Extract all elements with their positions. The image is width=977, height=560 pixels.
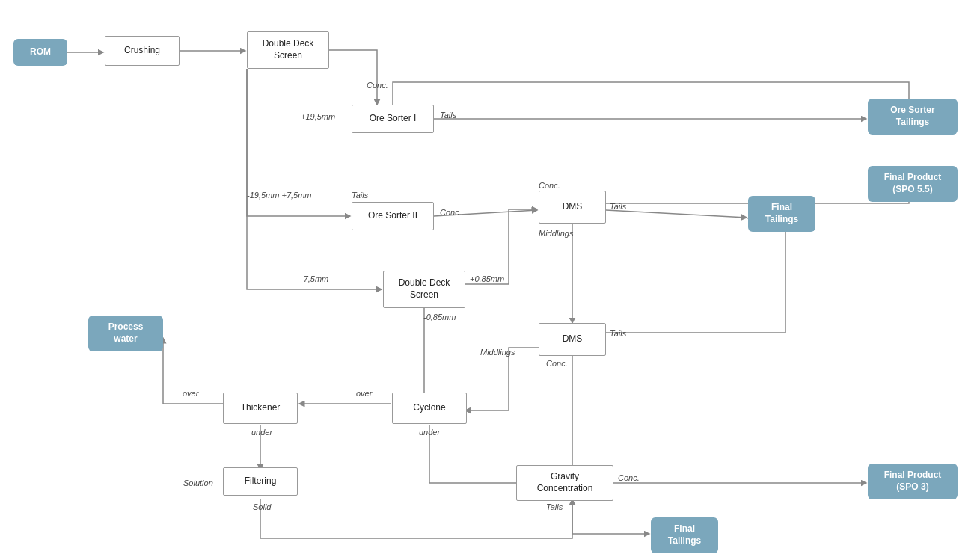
- cyclone-node: Cyclone: [392, 393, 467, 424]
- label-conc-oresorter2: Conc.: [440, 208, 462, 217]
- label-under-cyclone: under: [419, 428, 440, 437]
- ore-sorter1-node: Ore Sorter I: [352, 105, 434, 133]
- label-conc-gravity: Conc.: [618, 473, 640, 482]
- label-middlings-dms1: Middlings: [539, 229, 573, 238]
- ore-sorter2-node: Ore Sorter II: [352, 202, 434, 230]
- final-product-spo3-label: Final Product(SPO 3): [884, 470, 942, 493]
- gravity-label: GravityConcentration: [537, 471, 593, 494]
- dms1-label: DMS: [563, 201, 583, 213]
- label-plus195: +19,5mm: [301, 112, 335, 121]
- final-tailings1-label: FinalTailings: [765, 202, 798, 225]
- flowsheet-diagram: ROM Crushing Double DeckScreen Ore Sorte…: [0, 0, 977, 560]
- gravity-node: GravityConcentration: [516, 465, 613, 501]
- svg-line-5: [606, 210, 747, 218]
- label-tails-oresorter1: Tails: [440, 111, 456, 120]
- label-tails-gravity: Tails: [546, 502, 563, 511]
- label-tails-dms1: Tails: [610, 202, 626, 211]
- label-conc-dms2: Conc.: [546, 359, 568, 368]
- label-solution: Solution: [183, 479, 213, 487]
- dds2-label: Double DeckScreen: [399, 277, 450, 301]
- dds2-node: Double DeckScreen: [383, 271, 465, 308]
- label-middlings-dms2: Middlings: [480, 348, 515, 357]
- label-minus195: -19,5mm +7,5mm: [247, 191, 312, 200]
- dms1-node: DMS: [539, 191, 606, 224]
- ore-sorter1-label: Ore Sorter I: [370, 113, 417, 125]
- filtering-node: Filtering: [223, 467, 298, 496]
- final-tailings1-node: FinalTailings: [748, 196, 815, 232]
- final-product-spo3-node: Final Product(SPO 3): [868, 464, 958, 499]
- final-tailings2-label: FinalTailings: [668, 523, 701, 547]
- dms2-label: DMS: [563, 333, 583, 345]
- process-water-label: Processwater: [108, 321, 144, 345]
- crushing-label: Crushing: [124, 45, 160, 57]
- dds1-label: Double DeckScreen: [263, 38, 314, 61]
- thickener-node: Thickener: [223, 393, 298, 424]
- ore-sorter2-label: Ore Sorter II: [368, 210, 417, 222]
- label-conc-orsorter1: Conc.: [367, 81, 388, 90]
- label-minus75: -7,5mm: [301, 274, 328, 283]
- label-tails-dms2: Tails: [610, 329, 626, 338]
- ore-sorter-tailings-label: Ore SorterTailings: [890, 105, 934, 128]
- final-tailings2-node: FinalTailings: [651, 517, 718, 553]
- label-under-thickener: under: [251, 428, 272, 437]
- label-solid: Solid: [253, 502, 271, 511]
- label-tails-oresorter2: Tails: [352, 191, 368, 200]
- ore-sorter-tailings-node: Ore SorterTailings: [868, 99, 958, 135]
- process-water-node: Processwater: [88, 316, 163, 351]
- rom-label: ROM: [30, 46, 51, 58]
- dms2-node: DMS: [539, 323, 606, 356]
- label-minus085: -0,85mm: [423, 313, 456, 321]
- rom-node: ROM: [13, 39, 67, 66]
- thickener-label: Thickener: [241, 402, 281, 414]
- filtering-label: Filtering: [245, 476, 277, 487]
- label-conc-dms1: Conc.: [539, 181, 560, 190]
- crushing-node: Crushing: [105, 36, 180, 66]
- final-product-55-label: Final Product(SPO 5.5): [884, 172, 942, 195]
- final-product-55-node: Final Product(SPO 5.5): [868, 166, 958, 202]
- dds1-node: Double DeckScreen: [247, 31, 329, 69]
- label-over-thickener: over: [183, 389, 198, 398]
- label-over-cyclone: over: [356, 389, 372, 398]
- cyclone-label: Cyclone: [413, 402, 445, 414]
- label-plus085: +0,85mm: [470, 274, 504, 283]
